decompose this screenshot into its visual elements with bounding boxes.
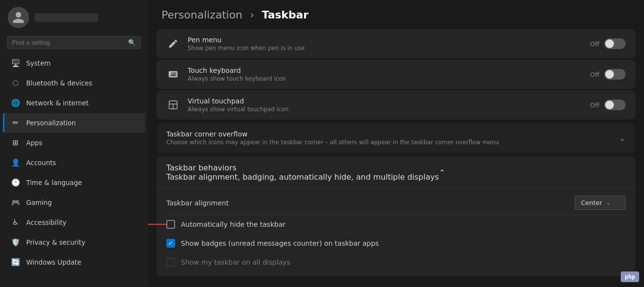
all-displays-row: Show my taskbar on all displays <box>166 253 626 271</box>
sidebar-item-accessibility[interactable]: ♿ Accessibility <box>3 213 145 232</box>
all-displays-checkbox[interactable] <box>166 258 175 267</box>
accessibility-icon: ♿ <box>11 218 20 227</box>
alignment-row: Taskbar alignment Center ⌄ <box>166 189 626 215</box>
main-content: Personalization › Taskbar Pen menu Show … <box>148 0 644 287</box>
sidebar-item-accounts[interactable]: 👤 Accounts <box>3 153 145 172</box>
alignment-dropdown-chevron: ⌄ <box>606 200 611 206</box>
corner-overflow-title: Taskbar corner overflow <box>166 130 619 138</box>
bluetooth-icon: ⬡ <box>11 78 20 88</box>
behaviors-chevron: ⌃ <box>439 168 445 177</box>
sidebar: 🔍 🖥️ System ⬡ Bluetooth & devices 🌐 Netw… <box>0 0 148 287</box>
apps-icon: ⊞ <box>11 138 20 148</box>
username-block <box>35 13 98 22</box>
touch-keyboard-toggle[interactable] <box>604 69 626 80</box>
badges-row: Show badges (unread messages counter) on… <box>166 234 626 253</box>
avatar <box>8 7 29 28</box>
virtual-touchpad-title: Virtual touchpad <box>188 97 582 105</box>
sidebar-item-label: Windows Update <box>26 258 81 266</box>
touch-keyboard-row: Touch keyboard Always show touch keyboar… <box>157 60 635 89</box>
sidebar-item-system[interactable]: 🖥️ System <box>3 53 145 73</box>
page-header: Personalization › Taskbar <box>148 0 644 28</box>
gaming-icon: 🎮 <box>11 198 20 207</box>
sidebar-item-bluetooth[interactable]: ⬡ Bluetooth & devices <box>3 73 145 93</box>
search-bar[interactable]: 🔍 <box>7 36 141 49</box>
search-input[interactable] <box>12 39 124 46</box>
virtual-touchpad-text: Virtual touchpad Always show virtual tou… <box>188 97 582 113</box>
search-icon: 🔍 <box>128 39 136 46</box>
corner-overflow-chevron: ⌄ <box>619 134 626 143</box>
nav-list: 🖥️ System ⬡ Bluetooth & devices 🌐 Networ… <box>0 53 148 287</box>
accounts-icon: 👤 <box>11 158 20 168</box>
sidebar-item-update[interactable]: 🔄 Windows Update <box>3 253 145 272</box>
sidebar-item-time[interactable]: 🕐 Time & language <box>3 173 145 192</box>
badges-label: Show badges (unread messages counter) on… <box>181 239 379 247</box>
touch-keyboard-toggle-label: Off <box>590 71 599 78</box>
all-displays-label: Show my taskbar on all displays <box>181 258 290 266</box>
sidebar-item-apps[interactable]: ⊞ Apps <box>3 133 145 152</box>
sidebar-item-personalization[interactable]: ✏️ Personalization <box>3 113 145 133</box>
alignment-value: Center <box>581 199 602 206</box>
sidebar-item-label: Privacy & security <box>26 238 85 246</box>
auto-hide-label: Automatically hide the taskbar <box>181 220 286 228</box>
update-icon: 🔄 <box>11 257 20 267</box>
sidebar-item-label: Time & language <box>26 179 82 186</box>
behaviors-header[interactable]: Taskbar behaviors Taskbar alignment, bad… <box>157 156 635 189</box>
time-icon: 🕐 <box>11 178 20 187</box>
sidebar-item-label: Apps <box>26 139 42 147</box>
arrow-annotation <box>148 215 169 234</box>
virtual-touchpad-icon <box>166 98 180 112</box>
personalization-icon: ✏️ <box>11 118 20 128</box>
privacy-icon: 🛡️ <box>11 237 20 247</box>
touch-keyboard-text: Touch keyboard Always show touch keyboar… <box>188 67 582 82</box>
virtual-touchpad-toggle[interactable] <box>604 100 626 110</box>
sidebar-item-gaming[interactable]: 🎮 Gaming <box>3 193 145 212</box>
pen-menu-text: Pen menu Show pen menu icon when pen is … <box>188 36 582 51</box>
virtual-touchpad-row: Virtual touchpad Always show virtual tou… <box>157 90 635 119</box>
user-icon <box>12 11 25 24</box>
sidebar-item-label: Bluetooth & devices <box>26 79 92 87</box>
sidebar-item-label: Personalization <box>26 119 76 127</box>
alignment-label: Taskbar alignment <box>166 199 575 207</box>
pen-menu-desc: Show pen menu icon when pen is in use <box>188 45 582 51</box>
system-icon: 🖥️ <box>11 58 20 68</box>
breadcrumb-separator: › <box>250 9 254 21</box>
auto-hide-row: Automatically hide the taskbar <box>166 215 626 234</box>
sidebar-item-label: System <box>26 59 50 67</box>
pen-menu-right: Off <box>590 38 626 49</box>
sidebar-item-label: Accessibility <box>26 219 66 226</box>
sidebar-header <box>0 0 148 33</box>
sidebar-item-privacy[interactable]: 🛡️ Privacy & security <box>3 233 145 252</box>
pen-menu-toggle-label: Off <box>590 40 599 48</box>
pen-menu-row: Pen menu Show pen menu icon when pen is … <box>157 29 635 58</box>
virtual-touchpad-toggle-label: Off <box>590 101 599 109</box>
behaviors-desc: Taskbar alignment, badging, automaticall… <box>166 172 439 182</box>
corner-overflow-header[interactable]: Taskbar corner overflow Choose which ico… <box>157 123 635 152</box>
corner-overflow-desc: Choose which icons may appear in the tas… <box>166 139 619 146</box>
touch-keyboard-title: Touch keyboard <box>188 67 582 74</box>
virtual-touchpad-right: Off <box>590 100 626 110</box>
touch-keyboard-desc: Always show touch keyboard icon <box>188 75 582 82</box>
php-badge: php <box>621 271 639 282</box>
alignment-dropdown[interactable]: Center ⌄ <box>575 196 626 210</box>
page-title: Taskbar <box>262 9 308 21</box>
virtual-touchpad-desc: Always show virtual touchpad icon <box>188 106 582 113</box>
touch-keyboard-right: Off <box>590 69 626 80</box>
sidebar-item-label: Gaming <box>26 199 52 206</box>
behaviors-title: Taskbar behaviors <box>166 163 439 172</box>
pen-menu-title: Pen menu <box>188 36 582 44</box>
corner-overflow-text: Taskbar corner overflow Choose which ico… <box>166 130 619 146</box>
sidebar-item-label: Network & internet <box>26 99 89 107</box>
network-icon: 🌐 <box>11 98 20 108</box>
sidebar-item-network[interactable]: 🌐 Network & internet <box>3 93 145 113</box>
pen-menu-icon <box>166 37 180 51</box>
behaviors-text: Taskbar behaviors Taskbar alignment, bad… <box>166 163 439 182</box>
sidebar-item-label: Accounts <box>26 159 56 167</box>
behaviors-body: Taskbar alignment Center ⌄ Automatically… <box>157 189 635 276</box>
breadcrumb-parent: Personalization <box>161 9 242 21</box>
touch-keyboard-icon <box>166 68 180 81</box>
badges-checkbox[interactable] <box>166 239 175 248</box>
pen-menu-toggle[interactable] <box>604 38 626 49</box>
